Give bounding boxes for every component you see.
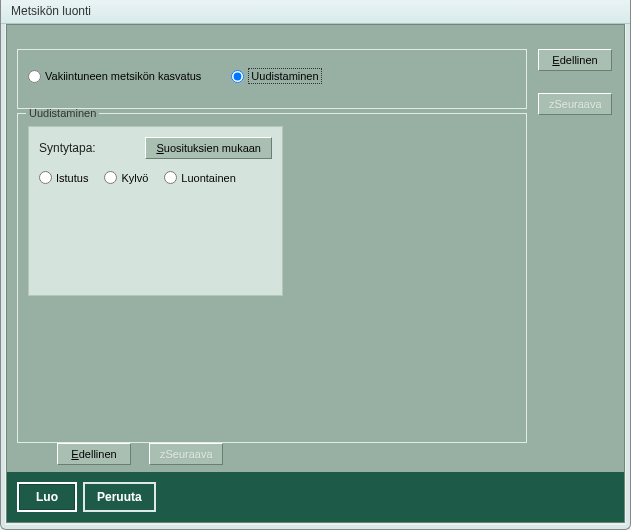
radio-established[interactable]: Vakiintuneen metsikön kasvatus — [28, 70, 201, 83]
radio-istutus[interactable]: Istutus — [39, 171, 88, 184]
footer-bar: Luo Peruuta — [7, 472, 624, 522]
top-option-panel: Vakiintuneen metsikön kasvatus Uudistami… — [17, 49, 527, 109]
syntytapa-header-row: Syntytapa: Suosituksien mukaan — [39, 137, 272, 159]
next-text-bottom: zSeuraava — [160, 448, 213, 460]
cancel-button-label: Peruuta — [97, 490, 142, 504]
radio-istutus-input[interactable] — [39, 171, 52, 184]
create-button[interactable]: Luo — [17, 482, 77, 512]
syntytapa-panel: Syntytapa: Suosituksien mukaan Istutus K… — [28, 126, 283, 296]
next-button-right: zSeuraava — [538, 93, 612, 115]
bottom-nav-buttons: Edellinen zSeuraava — [57, 443, 223, 465]
window-titlebar: Metsikön luonti — [1, 0, 630, 24]
radio-kylvo-input[interactable] — [104, 171, 117, 184]
radio-kylvo-label: Kylvö — [121, 172, 148, 184]
top-radio-row: Vakiintuneen metsikön kasvatus Uudistami… — [18, 50, 526, 102]
create-button-label: Luo — [36, 490, 58, 504]
syntytapa-options: Istutus Kylvö Luontainen — [39, 171, 272, 184]
radio-luontainen[interactable]: Luontainen — [164, 171, 235, 184]
right-nav-buttons: Edellinen zSeuraava — [538, 49, 612, 115]
prev-hotkey-bottom: E — [71, 448, 78, 460]
prev-text: dellinen — [560, 54, 598, 66]
body-area: Edellinen zSeuraava Vakiintuneen metsikö… — [7, 25, 624, 472]
radio-luontainen-input[interactable] — [164, 171, 177, 184]
syntytapa-label: Syntytapa: — [39, 141, 96, 155]
radio-luontainen-label: Luontainen — [181, 172, 235, 184]
recommendation-button[interactable]: Suosituksien mukaan — [145, 137, 272, 159]
window-inner: Edellinen zSeuraava Vakiintuneen metsikö… — [6, 24, 625, 523]
radio-istutus-label: Istutus — [56, 172, 88, 184]
window-title: Metsikön luonti — [11, 4, 91, 18]
next-text: zSeuraava — [549, 98, 602, 110]
prev-button-bottom[interactable]: Edellinen — [57, 443, 131, 465]
prev-button-right[interactable]: Edellinen — [538, 49, 612, 71]
radio-established-label: Vakiintuneen metsikön kasvatus — [45, 70, 201, 82]
radio-regeneration-input[interactable] — [231, 70, 244, 83]
radio-established-input[interactable] — [28, 70, 41, 83]
recommendation-hotkey: S — [156, 142, 163, 154]
next-button-bottom: zSeuraava — [149, 443, 223, 465]
regeneration-fieldset: Uudistaminen Syntytapa: Suosituksien muk… — [17, 113, 527, 443]
window-frame: Metsikön luonti Edellinen zSeuraava Vaki… — [0, 0, 631, 530]
prev-text-bottom: dellinen — [79, 448, 117, 460]
recommendation-rest: uosituksien mukaan — [164, 142, 261, 154]
radio-regeneration[interactable]: Uudistaminen — [231, 68, 321, 84]
radio-kylvo[interactable]: Kylvö — [104, 171, 148, 184]
prev-hotkey: E — [552, 54, 559, 66]
radio-regeneration-label: Uudistaminen — [248, 68, 321, 84]
cancel-button[interactable]: Peruuta — [83, 482, 156, 512]
